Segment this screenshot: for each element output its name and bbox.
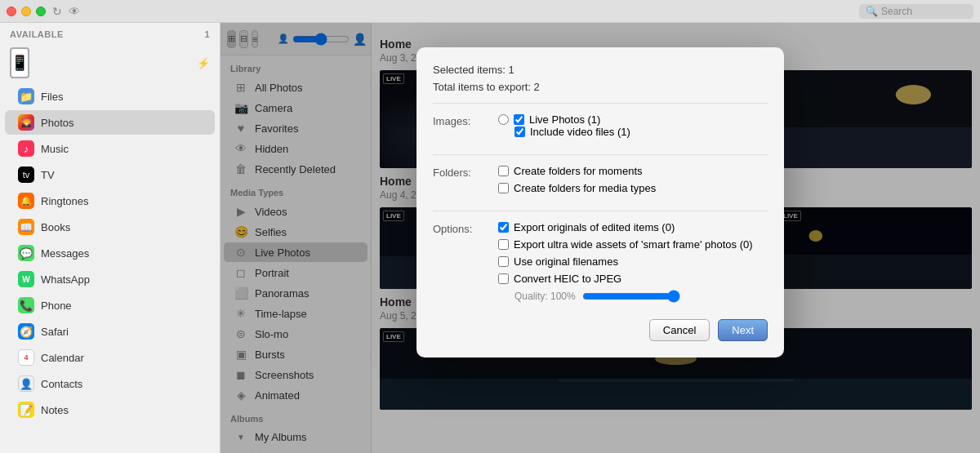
convert-heic-label: Convert HEIC to JPEG (514, 273, 621, 285)
cancel-button[interactable]: Cancel (649, 319, 710, 341)
device-sidebar: AVAILABLE 1 📱 ⚡ 📁 Files 🌄 Photos ♪ Music… (0, 23, 220, 453)
ringtones-icon: 🔔 (18, 193, 34, 209)
convert-heic-row: Convert HEIC to JPEG (498, 273, 768, 285)
preview-icon[interactable]: 👁 (69, 5, 80, 18)
use-original-filenames-checkbox[interactable] (498, 256, 509, 267)
dialog-overlay: Selected items: 1 Total items to export:… (220, 23, 980, 453)
sidebar-item-books[interactable]: 📖 Books (5, 215, 215, 239)
sidebar-item-whatsapp[interactable]: W WhatsApp (5, 267, 215, 291)
sidebar-label-phone: Phone (41, 300, 72, 312)
images-row: Images: Live Photos (1) Include video fi… (433, 113, 768, 143)
create-folders-media-checkbox[interactable] (498, 183, 509, 193)
use-original-filenames-label: Use original filenames (514, 255, 618, 268)
sidebar-item-music[interactable]: ♪ Music (5, 136, 215, 161)
images-radio[interactable] (498, 114, 509, 125)
photos-icon: 🌄 (18, 114, 34, 131)
sidebar-item-messages[interactable]: 💬 Messages (5, 241, 215, 265)
sidebar-label-notes: Notes (41, 404, 69, 416)
options-content: Export originals of edited items (0) Exp… (498, 221, 768, 303)
quality-row: Quality: 100% (514, 290, 768, 303)
create-folders-moments-checkbox[interactable] (498, 166, 509, 176)
use-original-filenames-row: Use original filenames (498, 255, 768, 268)
export-dialog: Selected items: 1 Total items to export:… (416, 47, 784, 358)
create-folders-media-row: Create folders for media types (498, 182, 768, 194)
sidebar-label-messages: Messages (41, 247, 89, 260)
include-video-row: Include video files (1) (514, 126, 768, 138)
create-folders-moments-label: Create folders for moments (514, 165, 643, 177)
contacts-icon: 👤 (18, 375, 34, 392)
sidebar-label-ringtones: Ringtones (41, 195, 89, 207)
traffic-lights (7, 7, 46, 16)
titlebar: ↻ 👁 🔍 Search (0, 0, 980, 23)
options-label: Options: (433, 221, 498, 235)
notes-icon: 📝 (18, 402, 34, 418)
maximize-button[interactable] (36, 7, 46, 16)
folders-label: Folders: (433, 165, 498, 179)
convert-heic-checkbox[interactable] (498, 273, 509, 284)
quality-slider[interactable] (582, 290, 680, 303)
options-row: Options: Export originals of edited item… (433, 221, 768, 303)
refresh-icon[interactable]: ↻ (52, 5, 62, 18)
files-icon: 📁 (18, 88, 34, 104)
include-video-label: Include video files (1) (530, 126, 630, 138)
live-photos-option-label: Live Photos (1) (529, 113, 600, 126)
whatsapp-icon: W (18, 271, 34, 287)
folders-row: Folders: Create folders for moments Crea… (433, 165, 768, 199)
folders-content: Create folders for moments Create folder… (498, 165, 768, 199)
export-ultra-wide-checkbox[interactable] (498, 239, 509, 250)
books-icon: 📖 (18, 219, 34, 235)
device-row[interactable]: 📱 ⚡ (0, 42, 220, 83)
export-originals-checkbox[interactable] (498, 222, 509, 233)
sidebar-label-whatsapp: WhatsApp (41, 273, 90, 286)
calendar-icon: 4 (18, 349, 34, 366)
selected-items-text: Selected items: 1 (433, 64, 768, 76)
minimize-button[interactable] (21, 7, 31, 16)
safari-icon: 🧭 (18, 323, 34, 340)
device-icon: 📱 (10, 47, 29, 78)
export-ultra-wide-row: Export ultra wide assets of 'smart frame… (498, 238, 768, 251)
sidebar-item-notes[interactable]: 📝 Notes (5, 397, 215, 422)
include-video-checkbox[interactable] (514, 127, 525, 137)
sidebar-label-photos: Photos (41, 117, 74, 129)
quality-label: Quality: 100% (514, 291, 576, 302)
sidebar-item-tv[interactable]: tv TV (5, 162, 215, 187)
sidebar-item-ringtones[interactable]: 🔔 Ringtones (5, 189, 215, 213)
content-area: ⊞ ⊟ ≡ 👤 👤 Library ⊞ All Photos 📷 Camera (220, 23, 980, 453)
export-originals-label: Export originals of edited items (0) (514, 221, 675, 233)
messages-icon: 💬 (18, 245, 34, 261)
usb-icon: ⚡ (197, 57, 210, 69)
sidebar-header: AVAILABLE 1 (0, 23, 220, 42)
search-label: Search (881, 6, 912, 17)
close-button[interactable] (7, 7, 16, 16)
create-folders-moments-row: Create folders for moments (498, 165, 768, 177)
sidebar-item-contacts[interactable]: 👤 Contacts (5, 371, 215, 396)
sidebar-item-photos[interactable]: 🌄 Photos (5, 110, 215, 135)
total-items-text: Total items to export: 2 (433, 81, 768, 93)
next-button[interactable]: Next (718, 319, 768, 341)
sidebar-label-files: Files (41, 91, 63, 103)
live-photos-checkbox[interactable] (514, 114, 524, 125)
dialog-separator-1 (433, 103, 768, 104)
tv-icon: tv (18, 167, 34, 183)
export-originals-row: Export originals of edited items (0) (498, 221, 768, 233)
dialog-separator-3 (433, 211, 768, 211)
dialog-separator-2 (433, 154, 768, 155)
create-folders-media-label: Create folders for media types (514, 182, 656, 194)
search-bar: 🔍 Search (859, 4, 973, 19)
sidebar-label-tv: TV (41, 169, 55, 181)
search-icon: 🔍 (866, 6, 878, 17)
sidebar-label-music: Music (41, 143, 69, 155)
sidebar-item-files[interactable]: 📁 Files (5, 84, 215, 109)
sidebar-item-safari[interactable]: 🧭 Safari (5, 319, 215, 344)
live-photos-radio-row: Live Photos (1) (498, 113, 768, 126)
images-label: Images: (433, 113, 498, 127)
sidebar-label-calendar: Calendar (41, 352, 84, 364)
sidebar-label-contacts: Contacts (41, 378, 82, 390)
images-content: Live Photos (1) Include video files (1) (498, 113, 768, 143)
phone-icon: 📞 (18, 297, 34, 313)
sidebar-item-phone[interactable]: 📞 Phone (5, 293, 215, 318)
music-icon: ♪ (18, 140, 34, 157)
sidebar-item-calendar[interactable]: 4 Calendar (5, 345, 215, 370)
sidebar-label-books: Books (41, 221, 70, 233)
dialog-buttons: Cancel Next (433, 319, 768, 341)
